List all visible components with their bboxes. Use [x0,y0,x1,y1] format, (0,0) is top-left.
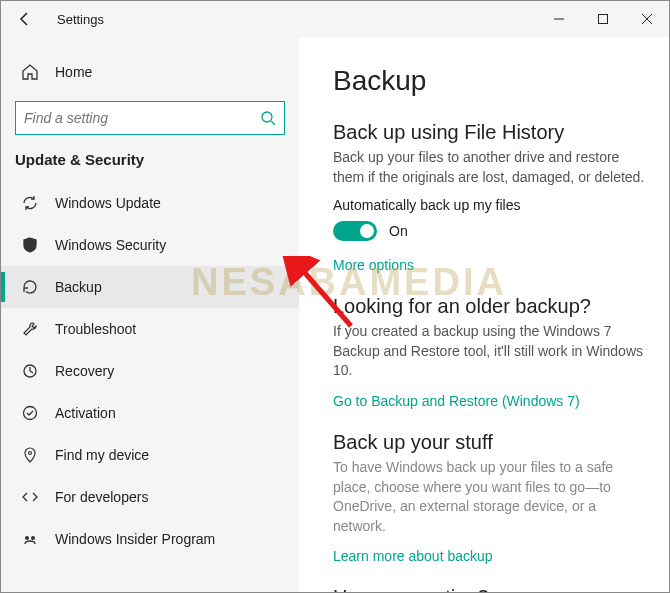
sidebar-section-header: Update & Security [1,151,299,182]
more-options-link[interactable]: More options [333,257,414,273]
sidebar: Home Update & Security Windows Update Wi… [1,37,299,592]
sidebar-item-windows-update[interactable]: Windows Update [1,182,299,224]
svg-line-3 [271,121,275,125]
section-backup-stuff-title: Back up your stuff [333,431,645,454]
svg-point-6 [29,452,32,455]
sidebar-item-label: Activation [55,405,116,421]
section-file-history-title: Back up using File History [333,121,645,144]
section-older-backup-title: Looking for an older backup? [333,295,645,318]
learn-more-backup-link[interactable]: Learn more about backup [333,548,493,564]
section-file-history-desc: Back up your files to another drive and … [333,148,645,187]
toggle-state-label: On [389,223,408,239]
check-icon [19,404,41,422]
section-question-title: Have a question? [333,586,645,592]
location-icon [19,446,41,464]
svg-rect-1 [599,15,608,24]
svg-point-7 [25,536,29,540]
backup-restore-win7-link[interactable]: Go to Backup and Restore (Windows 7) [333,393,580,409]
sidebar-item-label: Windows Insider Program [55,531,215,547]
sidebar-item-label: Find my device [55,447,149,463]
home-button[interactable]: Home [1,53,299,91]
home-label: Home [55,64,92,80]
sidebar-item-label: Windows Update [55,195,161,211]
backup-icon [19,278,41,296]
sidebar-item-for-developers[interactable]: For developers [1,476,299,518]
sidebar-item-windows-security[interactable]: Windows Security [1,224,299,266]
window-title: Settings [41,12,104,27]
sidebar-item-backup[interactable]: Backup [1,266,299,308]
close-button[interactable] [625,1,669,37]
svg-point-5 [24,407,37,420]
sidebar-item-label: Windows Security [55,237,166,253]
search-icon [260,110,276,126]
sidebar-item-label: Backup [55,279,102,295]
sidebar-item-find-my-device[interactable]: Find my device [1,434,299,476]
sidebar-item-label: Troubleshoot [55,321,136,337]
insider-icon [19,530,41,548]
section-backup-stuff-desc: To have Windows back up your files to a … [333,458,645,536]
main-panel: Backup Back up using File History Back u… [299,37,669,592]
minimize-button[interactable] [537,1,581,37]
svg-point-8 [31,536,35,540]
auto-backup-toggle[interactable] [333,221,377,241]
page-title: Backup [333,65,645,97]
code-icon [19,488,41,506]
sidebar-item-recovery[interactable]: Recovery [1,350,299,392]
back-button[interactable] [9,7,41,31]
sidebar-item-troubleshoot[interactable]: Troubleshoot [1,308,299,350]
section-older-backup-desc: If you created a backup using the Window… [333,322,645,381]
svg-point-2 [262,112,272,122]
sidebar-item-activation[interactable]: Activation [1,392,299,434]
search-input[interactable] [24,110,260,126]
sync-icon [19,194,41,212]
sidebar-item-insider-program[interactable]: Windows Insider Program [1,518,299,560]
home-icon [19,63,41,81]
titlebar: Settings [1,1,669,37]
sidebar-item-label: For developers [55,489,148,505]
auto-backup-label: Automatically back up my files [333,197,645,213]
search-input-container[interactable] [15,101,285,135]
maximize-button[interactable] [581,1,625,37]
recovery-icon [19,362,41,380]
sidebar-item-label: Recovery [55,363,114,379]
wrench-icon [19,320,41,338]
shield-icon [19,236,41,254]
